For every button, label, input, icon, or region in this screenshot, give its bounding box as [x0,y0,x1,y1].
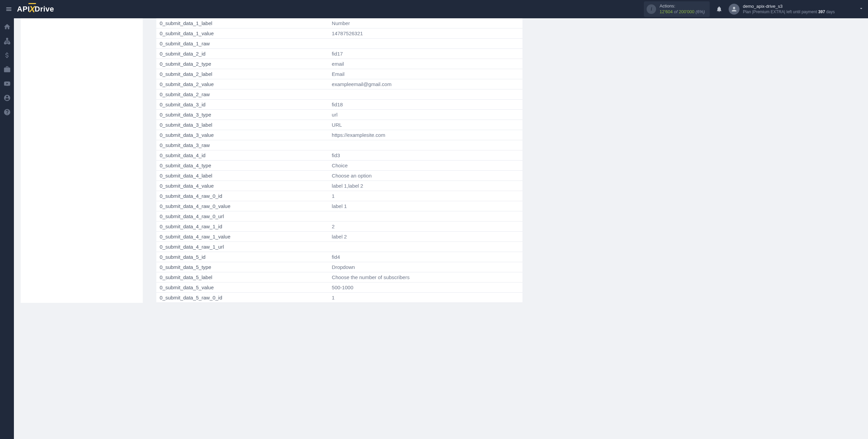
row-key: 0_submit_data_4_type [156,161,329,171]
row-key: 0_submit_data_1_label [156,18,329,28]
actions-total: 200'000 [679,9,694,14]
sidebar [0,18,14,439]
row-value: url [329,110,522,120]
row-value: 1 [329,293,522,303]
row-key: 0_submit_data_5_raw_0_id [156,293,329,303]
table-row: 0_submit_data_1_value14787526321 [156,28,522,39]
row-key: 0_submit_data_2_type [156,59,329,69]
user-name: demo_apix-drive_s3 [743,4,835,9]
row-value: https://examplesite.com [329,130,522,140]
help-icon[interactable] [3,108,11,116]
sitemap-icon[interactable] [3,37,11,45]
row-value: exampleemail@gmail.com [329,79,522,89]
actions-label: Actions: [659,3,705,9]
chevron-down-icon [859,6,864,13]
row-value: 2 [329,222,522,232]
table-row: 0_submit_data_1_labelNumber [156,18,522,28]
row-value: label 2 [329,232,522,242]
topbar-right: i Actions: 12'604 of 200'000 (6%) demo_a… [644,1,864,17]
row-key: 0_submit_data_3_id [156,100,329,110]
table-row: 0_submit_data_2_typeemail [156,59,522,69]
table-row: 0_submit_data_5_labelChoose the number o… [156,272,522,283]
table-row: 0_submit_data_4_typeChoice [156,161,522,171]
table-row: 0_submit_data_3_valuehttps://examplesite… [156,130,522,140]
row-value: fid18 [329,100,522,110]
row-value: 500-1000 [329,283,522,293]
layout: 0_submit_data_1_labelNumber0_submit_data… [0,18,868,439]
table-row: 0_submit_data_5_raw_0_id1 [156,293,522,303]
menu-icon [5,6,12,13]
svg-rect-1 [4,42,5,44]
row-key: 0_submit_data_2_raw [156,89,329,100]
row-key: 0_submit_data_4_raw_0_value [156,201,329,211]
row-key: 0_submit_data_1_value [156,28,329,39]
right-panel: 0_submit_data_1_labelNumber0_submit_data… [156,18,522,303]
dollar-icon[interactable] [3,51,11,59]
user-block[interactable]: demo_apix-drive_s3 Plan |Premium EXTRA| … [729,4,864,15]
svg-rect-3 [6,42,8,44]
table-row: 0_submit_data_2_raw [156,89,522,100]
plan-prefix: Plan | [743,9,753,14]
row-value: Choice [329,161,522,171]
row-value: Choose the number of subscribers [329,272,522,283]
table-row: 0_submit_data_3_raw [156,140,522,150]
info-icon: i [647,4,656,14]
table-row: 0_submit_data_3_idfid18 [156,100,522,110]
user-plan: Plan |Premium EXTRA| left until payment … [743,9,835,15]
row-value: label 1,label 2 [329,181,522,191]
row-value: 14787526321 [329,28,522,39]
table-row: 0_submit_data_4_idfid3 [156,150,522,161]
home-icon[interactable] [3,23,11,30]
table-row: 0_submit_data_1_raw [156,39,522,49]
actions-count: 12'604 [659,9,673,14]
row-value [329,140,522,150]
main-content: 0_submit_data_1_labelNumber0_submit_data… [14,18,868,439]
row-value [329,211,522,222]
row-value: label 1 [329,201,522,211]
data-table: 0_submit_data_1_labelNumber0_submit_data… [156,18,522,303]
table-row: 0_submit_data_3_typeurl [156,110,522,120]
table-row: 0_submit_data_3_labelURL [156,120,522,130]
logo[interactable]: APIXDrive [17,4,54,15]
actions-text: Actions: 12'604 of 200'000 (6%) [659,3,705,15]
bell-icon[interactable] [716,6,723,13]
row-value [329,39,522,49]
youtube-icon[interactable] [3,80,11,87]
row-key: 0_submit_data_5_id [156,252,329,262]
table-row: 0_submit_data_4_labelChoose an option [156,171,522,181]
row-key: 0_submit_data_5_value [156,283,329,293]
actions-of: of [674,9,678,14]
row-value: 1 [329,191,522,201]
plan-mid: | left until payment [784,9,818,14]
row-key: 0_submit_data_1_raw [156,39,329,49]
row-key: 0_submit_data_3_value [156,130,329,140]
table-row: 0_submit_data_2_valueexampleemail@gmail.… [156,79,522,89]
row-key: 0_submit_data_4_label [156,171,329,181]
briefcase-icon[interactable] [3,66,11,73]
user-info: demo_apix-drive_s3 Plan |Premium EXTRA| … [743,4,835,15]
content-wrap: 0_submit_data_1_labelNumber0_submit_data… [14,18,868,303]
actions-box[interactable]: i Actions: 12'604 of 200'000 (6%) [644,1,710,17]
profile-icon[interactable] [3,94,11,102]
row-key: 0_submit_data_5_label [156,272,329,283]
row-key: 0_submit_data_3_type [156,110,329,120]
svg-rect-2 [8,42,10,44]
row-value: URL [329,120,522,130]
menu-button[interactable] [4,4,14,14]
row-key: 0_submit_data_4_raw_1_value [156,232,329,242]
table-row: 0_submit_data_2_idfid17 [156,49,522,59]
row-key: 0_submit_data_4_id [156,150,329,161]
row-value: Email [329,69,522,79]
row-key: 0_submit_data_5_type [156,262,329,272]
actions-pct: (6%) [696,9,705,14]
row-key: 0_submit_data_4_raw_1_url [156,242,329,252]
table-row: 0_submit_data_5_idfid4 [156,252,522,262]
user-icon [731,6,737,13]
row-key: 0_submit_data_3_raw [156,140,329,150]
svg-rect-0 [6,38,8,40]
row-value: fid4 [329,252,522,262]
plan-days: 397 [818,9,825,14]
row-key: 0_submit_data_2_label [156,69,329,79]
table-row: 0_submit_data_2_labelEmail [156,69,522,79]
table-row: 0_submit_data_4_raw_0_id1 [156,191,522,201]
